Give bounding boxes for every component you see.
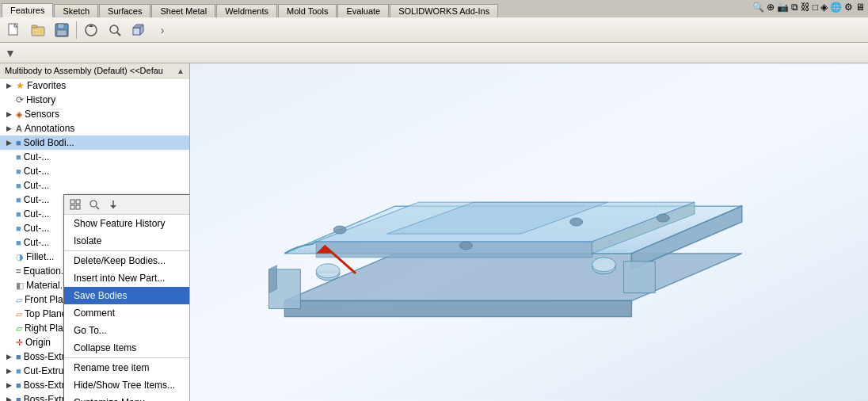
menu-mold-tools[interactable]: Mold Tools — [278, 4, 337, 17]
menu-sketch[interactable]: Sketch — [54, 4, 98, 17]
link-icon[interactable]: ⛓ — [801, 2, 810, 13]
arrow-icon: ▶ — [6, 124, 16, 132]
copy-icon[interactable]: ⧉ — [791, 2, 798, 13]
tree-item-label: Fillet... — [26, 251, 54, 262]
menu-sheet-metal[interactable]: Sheet Metal — [151, 4, 215, 17]
magnify-icon[interactable]: ⊕ — [767, 2, 775, 13]
tree-item-label: History — [26, 94, 55, 105]
tree-item-sensors[interactable]: ▶ ◈ Sensors — [0, 107, 189, 121]
tree-item-cut1[interactable]: ■ Cut-... — [0, 150, 189, 164]
tree-item-label: Annotations — [25, 123, 74, 134]
tree-item-label: Cut-... — [24, 237, 50, 248]
context-menu: Show Feature History Isolate Delete/Keep… — [63, 194, 190, 401]
view3d-button[interactable] — [128, 19, 150, 41]
camera-icon[interactable]: 📷 — [777, 2, 789, 13]
ctx-separator-1 — [64, 250, 190, 251]
svg-rect-6 — [57, 30, 67, 36]
main-toolbar: › — [0, 17, 868, 43]
cut-extrude-icon: ■ — [16, 366, 21, 376]
svg-rect-15 — [70, 205, 74, 209]
tree-item-favorites[interactable]: ▶ ★ Favorites — [0, 78, 189, 93]
new-button[interactable] — [3, 19, 25, 41]
ctx-show-feature-history[interactable]: Show Feature History — [64, 215, 190, 232]
tree-item-cut2[interactable]: ■ Cut-... — [0, 164, 189, 178]
svg-rect-5 — [58, 24, 64, 29]
globe-icon[interactable]: 🌐 — [830, 2, 842, 13]
svg-marker-20 — [110, 205, 116, 208]
more-button[interactable]: › — [151, 19, 173, 41]
ctx-insert-new-part[interactable]: Insert into New Part... — [64, 269, 190, 287]
ctx-rename-tree-item[interactable]: Rename tree item — [64, 359, 190, 376]
ctx-isolate[interactable]: Isolate — [64, 232, 190, 250]
svg-rect-2 — [32, 27, 44, 36]
cut-icon: ■ — [16, 181, 21, 190]
menu-features[interactable]: Features — [2, 3, 53, 17]
fillet-icon: ◑ — [16, 252, 24, 262]
monitor-icon[interactable]: 🖥 — [855, 2, 865, 13]
history-icon: ⟳ — [16, 94, 24, 105]
tree-item-label: Cut-... — [24, 223, 50, 234]
ctx-save-bodies[interactable]: Save Bodies — [64, 287, 190, 304]
ctx-comment[interactable]: Comment ▶ — [64, 304, 190, 322]
arrow-icon: ▶ — [6, 353, 16, 361]
ctx-separator-2 — [64, 357, 190, 358]
favorites-icon: ★ — [16, 80, 25, 91]
menu-addins[interactable]: SOLIDWORKS Add-Ins — [390, 4, 498, 17]
tree-expand-icon[interactable]: ▲ — [177, 67, 185, 75]
menu-bar: Features Sketch Surfaces Sheet Metal Wel… — [0, 0, 868, 17]
save-button[interactable] — [51, 19, 73, 41]
svg-rect-28 — [316, 271, 340, 273]
origin-icon: ✛ — [16, 338, 23, 348]
cut-icon: ■ — [16, 152, 21, 162]
tree-item-annotations[interactable]: ▶ A Annotations — [0, 121, 189, 136]
open-button[interactable] — [27, 19, 49, 41]
menu-surfaces[interactable]: Surfaces — [99, 4, 150, 17]
svg-point-22 — [333, 226, 346, 234]
sensors-icon: ◈ — [16, 109, 22, 120]
tree-item-solid-bodies[interactable]: ▶ ■ Solid Bodi... — [0, 136, 189, 150]
3d-icon[interactable]: □ — [813, 2, 818, 13]
tree-item-label: Equation... — [23, 265, 68, 277]
search-icon[interactable]: 🔍 — [752, 2, 764, 13]
solid-bodies-icon: ■ — [16, 138, 21, 147]
tree-item-label: Cut-... — [24, 166, 50, 177]
menu-weldments[interactable]: Weldments — [216, 4, 277, 17]
secondary-toolbar: ▼ — [0, 43, 868, 63]
tree-item-label: Cut-... — [24, 151, 50, 162]
svg-point-25 — [657, 214, 669, 222]
tree-item-label: Sensors — [25, 109, 59, 120]
main-layout: Multibody to Assembly (Default) <<Defau … — [0, 63, 868, 401]
3d-viewport[interactable] — [190, 63, 868, 401]
ctx-hide-show-tree-items[interactable]: Hide/Show Tree Items... — [64, 376, 190, 394]
view-icon[interactable]: ◈ — [820, 2, 828, 13]
ctx-grid-icon[interactable] — [67, 197, 83, 212]
ctx-delete-keep-bodies[interactable]: Delete/Keep Bodies... — [64, 252, 190, 269]
tree-header: Multibody to Assembly (Default) <<Defau … — [0, 63, 189, 78]
ctx-customize-menu[interactable]: Customize Menu — [64, 394, 190, 401]
svg-point-8 — [110, 25, 118, 33]
arrow-icon: ▶ — [6, 395, 16, 401]
tree-item-history[interactable]: ⟳ History — [0, 93, 189, 107]
right-plane-icon: ▱ — [16, 323, 22, 334]
ctx-collapse-items[interactable]: Collapse Items — [64, 339, 190, 357]
tree-item-label: Favorites — [27, 80, 66, 91]
svg-point-30 — [592, 258, 616, 272]
arrow-icon: ▶ — [6, 381, 16, 389]
equations-icon: = — [16, 266, 21, 276]
ctx-down-icon[interactable] — [105, 197, 121, 212]
menu-evaluate[interactable]: Evaluate — [337, 4, 389, 17]
tree-item-cut3[interactable]: ■ Cut-... — [0, 178, 189, 193]
arrow-icon: ▶ — [6, 110, 16, 118]
top-right-toolbar: 🔍 ⊕ 📷 ⧉ ⛓ □ ◈ 🌐 ⚙ 🖥 — [752, 2, 865, 13]
tree-item-label: Solid Bodi... — [24, 137, 74, 148]
zoom-button[interactable] — [104, 19, 126, 41]
svg-line-18 — [97, 207, 100, 210]
ctx-go-to[interactable]: Go To... — [64, 322, 190, 339]
arrow-icon: ▶ — [6, 82, 16, 90]
rotate-button[interactable] — [80, 19, 102, 41]
cut-icon: ■ — [16, 223, 21, 233]
settings-icon[interactable]: ⚙ — [844, 2, 853, 13]
boss-extrude2-icon: ■ — [16, 380, 21, 390]
svg-point-17 — [90, 200, 97, 207]
ctx-search-icon[interactable] — [86, 197, 102, 212]
